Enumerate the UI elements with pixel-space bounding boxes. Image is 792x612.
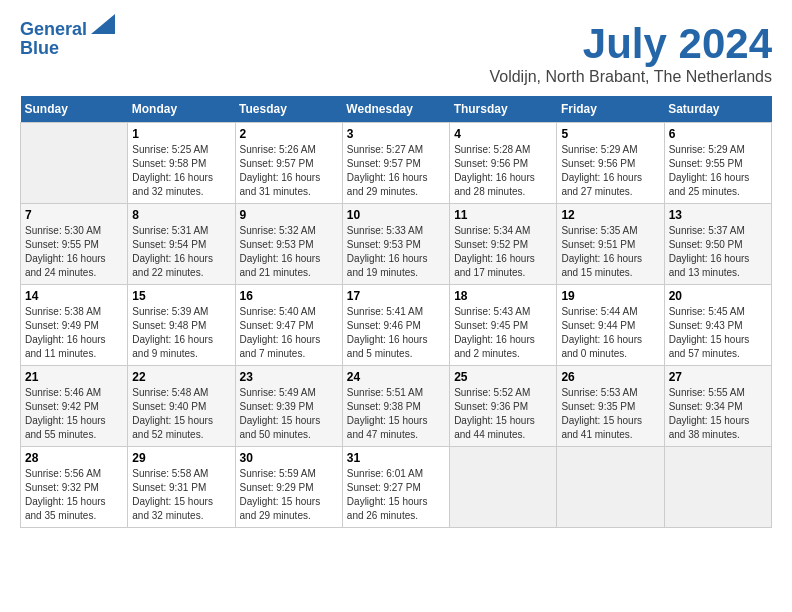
- calendar-cell: 6Sunrise: 5:29 AMSunset: 9:55 PMDaylight…: [664, 123, 771, 204]
- day-number: 13: [669, 208, 767, 222]
- calendar-cell: 28Sunrise: 5:56 AMSunset: 9:32 PMDayligh…: [21, 447, 128, 528]
- calendar-week-5: 28Sunrise: 5:56 AMSunset: 9:32 PMDayligh…: [21, 447, 772, 528]
- calendar-header-sunday: Sunday: [21, 96, 128, 123]
- calendar-cell: 21Sunrise: 5:46 AMSunset: 9:42 PMDayligh…: [21, 366, 128, 447]
- day-info: Sunrise: 5:51 AMSunset: 9:38 PMDaylight:…: [347, 386, 445, 442]
- calendar-header-tuesday: Tuesday: [235, 96, 342, 123]
- svg-marker-0: [91, 14, 115, 34]
- day-number: 11: [454, 208, 552, 222]
- calendar-cell: [21, 123, 128, 204]
- day-info: Sunrise: 5:33 AMSunset: 9:53 PMDaylight:…: [347, 224, 445, 280]
- day-number: 21: [25, 370, 123, 384]
- calendar-cell: 25Sunrise: 5:52 AMSunset: 9:36 PMDayligh…: [450, 366, 557, 447]
- calendar-cell: 10Sunrise: 5:33 AMSunset: 9:53 PMDayligh…: [342, 204, 449, 285]
- day-number: 10: [347, 208, 445, 222]
- calendar-header-friday: Friday: [557, 96, 664, 123]
- day-number: 18: [454, 289, 552, 303]
- day-info: Sunrise: 5:37 AMSunset: 9:50 PMDaylight:…: [669, 224, 767, 280]
- day-info: Sunrise: 5:27 AMSunset: 9:57 PMDaylight:…: [347, 143, 445, 199]
- calendar-cell: 13Sunrise: 5:37 AMSunset: 9:50 PMDayligh…: [664, 204, 771, 285]
- day-number: 4: [454, 127, 552, 141]
- logo-general: General: [20, 19, 87, 39]
- day-number: 8: [132, 208, 230, 222]
- calendar-cell: 26Sunrise: 5:53 AMSunset: 9:35 PMDayligh…: [557, 366, 664, 447]
- calendar-cell: 17Sunrise: 5:41 AMSunset: 9:46 PMDayligh…: [342, 285, 449, 366]
- page-header: General Blue July 2024 Voldijn, North Br…: [20, 20, 772, 86]
- calendar-week-2: 7Sunrise: 5:30 AMSunset: 9:55 PMDaylight…: [21, 204, 772, 285]
- calendar-cell: 7Sunrise: 5:30 AMSunset: 9:55 PMDaylight…: [21, 204, 128, 285]
- day-number: 26: [561, 370, 659, 384]
- day-info: Sunrise: 5:31 AMSunset: 9:54 PMDaylight:…: [132, 224, 230, 280]
- day-number: 9: [240, 208, 338, 222]
- day-info: Sunrise: 5:46 AMSunset: 9:42 PMDaylight:…: [25, 386, 123, 442]
- calendar-cell: 29Sunrise: 5:58 AMSunset: 9:31 PMDayligh…: [128, 447, 235, 528]
- day-info: Sunrise: 5:53 AMSunset: 9:35 PMDaylight:…: [561, 386, 659, 442]
- logo-triangle-icon: [91, 14, 115, 34]
- day-info: Sunrise: 5:34 AMSunset: 9:52 PMDaylight:…: [454, 224, 552, 280]
- location: Voldijn, North Brabant, The Netherlands: [489, 68, 772, 86]
- calendar-cell: 11Sunrise: 5:34 AMSunset: 9:52 PMDayligh…: [450, 204, 557, 285]
- calendar-header-wednesday: Wednesday: [342, 96, 449, 123]
- calendar-cell: 8Sunrise: 5:31 AMSunset: 9:54 PMDaylight…: [128, 204, 235, 285]
- calendar-cell: 24Sunrise: 5:51 AMSunset: 9:38 PMDayligh…: [342, 366, 449, 447]
- calendar-header-monday: Monday: [128, 96, 235, 123]
- calendar-header-saturday: Saturday: [664, 96, 771, 123]
- day-number: 3: [347, 127, 445, 141]
- calendar-cell: 15Sunrise: 5:39 AMSunset: 9:48 PMDayligh…: [128, 285, 235, 366]
- calendar-cell: 12Sunrise: 5:35 AMSunset: 9:51 PMDayligh…: [557, 204, 664, 285]
- title-block: July 2024 Voldijn, North Brabant, The Ne…: [489, 20, 772, 86]
- calendar-header-row: SundayMondayTuesdayWednesdayThursdayFrid…: [21, 96, 772, 123]
- day-number: 27: [669, 370, 767, 384]
- day-info: Sunrise: 5:59 AMSunset: 9:29 PMDaylight:…: [240, 467, 338, 523]
- day-number: 15: [132, 289, 230, 303]
- day-info: Sunrise: 5:44 AMSunset: 9:44 PMDaylight:…: [561, 305, 659, 361]
- day-number: 25: [454, 370, 552, 384]
- day-info: Sunrise: 5:30 AMSunset: 9:55 PMDaylight:…: [25, 224, 123, 280]
- day-info: Sunrise: 5:43 AMSunset: 9:45 PMDaylight:…: [454, 305, 552, 361]
- calendar-cell: [450, 447, 557, 528]
- day-number: 6: [669, 127, 767, 141]
- calendar-cell: 19Sunrise: 5:44 AMSunset: 9:44 PMDayligh…: [557, 285, 664, 366]
- day-number: 29: [132, 451, 230, 465]
- calendar-header-thursday: Thursday: [450, 96, 557, 123]
- calendar-cell: 27Sunrise: 5:55 AMSunset: 9:34 PMDayligh…: [664, 366, 771, 447]
- calendar-week-3: 14Sunrise: 5:38 AMSunset: 9:49 PMDayligh…: [21, 285, 772, 366]
- day-info: Sunrise: 5:29 AMSunset: 9:55 PMDaylight:…: [669, 143, 767, 199]
- logo-blue: Blue: [20, 38, 59, 59]
- calendar-cell: 20Sunrise: 5:45 AMSunset: 9:43 PMDayligh…: [664, 285, 771, 366]
- calendar-week-4: 21Sunrise: 5:46 AMSunset: 9:42 PMDayligh…: [21, 366, 772, 447]
- day-info: Sunrise: 5:49 AMSunset: 9:39 PMDaylight:…: [240, 386, 338, 442]
- calendar-cell: 14Sunrise: 5:38 AMSunset: 9:49 PMDayligh…: [21, 285, 128, 366]
- day-info: Sunrise: 5:52 AMSunset: 9:36 PMDaylight:…: [454, 386, 552, 442]
- calendar-cell: 22Sunrise: 5:48 AMSunset: 9:40 PMDayligh…: [128, 366, 235, 447]
- calendar-table: SundayMondayTuesdayWednesdayThursdayFrid…: [20, 96, 772, 528]
- day-number: 22: [132, 370, 230, 384]
- calendar-cell: 5Sunrise: 5:29 AMSunset: 9:56 PMDaylight…: [557, 123, 664, 204]
- day-number: 2: [240, 127, 338, 141]
- day-info: Sunrise: 5:32 AMSunset: 9:53 PMDaylight:…: [240, 224, 338, 280]
- calendar-cell: 18Sunrise: 5:43 AMSunset: 9:45 PMDayligh…: [450, 285, 557, 366]
- day-number: 23: [240, 370, 338, 384]
- day-number: 12: [561, 208, 659, 222]
- day-number: 1: [132, 127, 230, 141]
- calendar-cell: [557, 447, 664, 528]
- day-number: 5: [561, 127, 659, 141]
- day-number: 7: [25, 208, 123, 222]
- day-number: 24: [347, 370, 445, 384]
- calendar-cell: 31Sunrise: 6:01 AMSunset: 9:27 PMDayligh…: [342, 447, 449, 528]
- calendar-cell: 1Sunrise: 5:25 AMSunset: 9:58 PMDaylight…: [128, 123, 235, 204]
- calendar-cell: 9Sunrise: 5:32 AMSunset: 9:53 PMDaylight…: [235, 204, 342, 285]
- day-info: Sunrise: 5:55 AMSunset: 9:34 PMDaylight:…: [669, 386, 767, 442]
- calendar-cell: 2Sunrise: 5:26 AMSunset: 9:57 PMDaylight…: [235, 123, 342, 204]
- day-number: 28: [25, 451, 123, 465]
- day-number: 16: [240, 289, 338, 303]
- day-info: Sunrise: 5:26 AMSunset: 9:57 PMDaylight:…: [240, 143, 338, 199]
- calendar-cell: 23Sunrise: 5:49 AMSunset: 9:39 PMDayligh…: [235, 366, 342, 447]
- day-number: 31: [347, 451, 445, 465]
- calendar-cell: [664, 447, 771, 528]
- day-info: Sunrise: 5:29 AMSunset: 9:56 PMDaylight:…: [561, 143, 659, 199]
- day-info: Sunrise: 5:38 AMSunset: 9:49 PMDaylight:…: [25, 305, 123, 361]
- day-info: Sunrise: 5:39 AMSunset: 9:48 PMDaylight:…: [132, 305, 230, 361]
- day-info: Sunrise: 5:40 AMSunset: 9:47 PMDaylight:…: [240, 305, 338, 361]
- day-number: 14: [25, 289, 123, 303]
